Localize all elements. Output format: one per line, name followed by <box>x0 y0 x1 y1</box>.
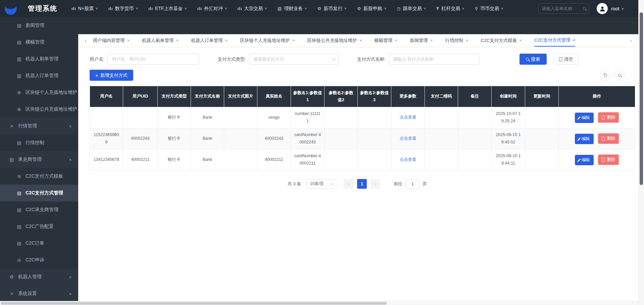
sidebar-item[interactable]: ▤ 行情控制 <box>0 134 78 151</box>
top-menu: ılı N+股票 ∨ ılı 数字货币 ∨ ılı ETF上市基金 ∨ ılı … <box>71 6 503 12</box>
tab[interactable]: 区块链个人充值地址维护 × <box>240 34 295 47</box>
edit-button[interactable]: 编辑 <box>575 113 594 123</box>
tab[interactable]: 横幅管理 × <box>374 34 397 47</box>
sidebar-item[interactable]: ▤ C2C支付方式管理 <box>0 185 78 201</box>
top-menu-item[interactable]: ılı N+股票 ∨ <box>71 6 98 12</box>
total-count-label: 共 3 条 <box>288 181 301 187</box>
sidebar-item[interactable]: ≡ 系统设置 ∨ <box>0 285 78 301</box>
edit-button[interactable]: 编辑 <box>575 134 594 144</box>
pay-type-filter-label: 支付方式类型: <box>217 56 246 62</box>
top-menu-item[interactable]: ⚙ 新币发行 ∨ <box>317 6 347 12</box>
pay-name-filter-input[interactable] <box>389 54 479 65</box>
pay-type-select[interactable]: 请选择支付方式 ∨ <box>249 54 339 65</box>
tab[interactable]: 机器人订单管理 × <box>191 34 228 47</box>
close-icon[interactable]: × <box>292 38 295 43</box>
sidebar-item[interactable]: ≡ 行情管理 ∧ <box>0 118 78 134</box>
view-more-link[interactable]: 点击查看 <box>400 136 416 141</box>
sidebar-item[interactable]: ⊛ 区块链个人充值地址维护 <box>0 84 78 101</box>
top-menu-item[interactable]: ⚲ 币币交易 ∨ <box>475 6 503 12</box>
sidebar-item[interactable]: ⚙ 机器人管理 ∨ <box>0 268 78 285</box>
sidebar-item[interactable]: ▤ 新闻管理 <box>0 17 78 34</box>
expand-arrow-icon: ∨ <box>68 292 72 296</box>
page-size-select[interactable]: 10条/页 ∨ <box>306 179 336 189</box>
sidebar-item[interactable]: ▥ 机器人刷单管理 <box>0 51 78 67</box>
clear-button[interactable]: 清空 <box>554 54 578 65</box>
menu-search-input[interactable] <box>542 6 581 11</box>
top-menu-item[interactable]: ılı 外汇对冲 ∨ <box>197 6 227 12</box>
prev-page-button[interactable]: ‹ <box>344 179 353 189</box>
sidebar-item-label: 系统设置 <box>18 291 37 297</box>
close-icon[interactable]: × <box>127 38 130 43</box>
username-filter-input[interactable] <box>107 54 199 65</box>
table-header-cell: 真实姓名 <box>257 86 291 107</box>
sidebar-item[interactable]: ▤ 横幅管理 <box>0 34 78 51</box>
column-search-button[interactable] <box>614 70 625 80</box>
sidebar-item-label: 区块链个人充值地址维护 <box>26 89 77 96</box>
tab-label: 行情控制 <box>445 38 463 44</box>
cell-pay-image <box>224 149 257 171</box>
next-page-button[interactable]: › <box>370 179 380 189</box>
top-menu-item[interactable]: Ŧ 杠杆交易 ∨ <box>436 6 464 12</box>
close-icon[interactable]: × <box>430 38 433 43</box>
chevron-down-icon[interactable]: ∨ <box>621 7 624 10</box>
delete-button[interactable]: 删除 <box>598 155 619 165</box>
top-menu-item[interactable]: ılı 大宗交易 ∨ <box>238 6 267 12</box>
sidebar-item-label: 区块链公共充值地址维护 <box>26 106 77 112</box>
top-menu-item[interactable]: ▤ 理财业务 ∨ <box>278 6 307 12</box>
menu-label: 新币发行 <box>324 6 342 12</box>
delete-button[interactable]: 删除 <box>598 112 619 123</box>
sidebar-item[interactable]: ⊚ C2C支付方式模板 <box>0 168 78 185</box>
view-more-link[interactable]: 点击查看 <box>400 157 416 162</box>
sidebar-item-label: 承兑商管理 <box>18 157 42 163</box>
current-page-button[interactable]: 1 <box>357 179 367 189</box>
user-avatar[interactable] <box>597 3 608 14</box>
search-button[interactable]: 搜索 <box>519 54 547 65</box>
sidebar-item-label: C2C订单 <box>26 240 44 246</box>
top-menu-item[interactable]: ◷ 跟单交易 ∨ <box>397 6 426 12</box>
top-menu-item[interactable]: ılı 数字货币 ∨ <box>108 6 138 12</box>
top-menu-item[interactable]: ⚙ 新股申购 ∨ <box>357 6 386 12</box>
add-payment-method-button[interactable]: + 新增支付方式 <box>90 70 133 81</box>
view-more-link[interactable]: 点击查看 <box>400 115 416 120</box>
username-label[interactable]: root <box>611 6 619 11</box>
tab[interactable]: 用户端内容管理 × <box>93 34 130 47</box>
sidebar-item[interactable]: ▤ 承兑商管理 ∧ <box>0 151 78 168</box>
sidebar-item[interactable]: ▥ 机器人订单管理 <box>0 67 78 84</box>
sidebar-item[interactable]: ⊛ 区块链公共充值地址维护 <box>0 101 78 118</box>
sidebar-item-icon: ⊚ <box>16 174 22 179</box>
close-icon[interactable]: × <box>395 38 397 43</box>
tab-label: 区块链公共充值地址维护 <box>307 38 357 44</box>
goto-page-input[interactable] <box>405 179 419 189</box>
close-icon[interactable]: × <box>466 38 468 43</box>
sidebar-item-label: 机器人订单管理 <box>26 73 58 79</box>
sidebar-item[interactable]: ılı C2C申诉 <box>0 252 78 268</box>
tab[interactable]: 区块链公共充值地址维护 × <box>307 34 362 47</box>
close-icon[interactable]: × <box>359 38 362 43</box>
horizontal-scrollbar-thumb[interactable] <box>1 302 387 305</box>
tab[interactable]: C2C支付方式管理 × <box>534 34 576 47</box>
vertical-scrollbar-thumb[interactable] <box>640 12 643 185</box>
sidebar-item-icon: ▤ <box>9 157 14 162</box>
close-icon[interactable]: × <box>519 38 522 43</box>
close-icon[interactable]: × <box>176 38 179 43</box>
close-icon[interactable]: × <box>573 38 576 42</box>
top-menu-item[interactable]: ılı ETF上市基金 ∨ <box>148 6 187 12</box>
sidebar-item-icon: ▤ <box>16 224 22 229</box>
chevron-down-icon: ∨ <box>424 7 427 10</box>
delete-button[interactable]: 删除 <box>598 133 619 144</box>
sidebar-item[interactable]: ▤ C2C承兑商管理 <box>0 201 78 218</box>
tab[interactable]: C2C支付方式模板 × <box>481 34 522 47</box>
tab[interactable]: 机器人刷单管理 × <box>142 34 179 47</box>
tab[interactable]: 行情控制 × <box>445 34 468 47</box>
refresh-button[interactable] <box>600 70 610 80</box>
edit-button[interactable]: 编辑 <box>575 155 594 165</box>
sidebar-item[interactable]: ▤ C2C广告配置 <box>0 218 78 235</box>
tab[interactable]: 新闻管理 × <box>410 34 433 47</box>
cell-more-params: 点击查看 <box>391 107 425 128</box>
tabs-scroll-right-icon[interactable]: › <box>624 38 638 44</box>
main-content: 用户名: 支付方式类型: 请选择支付方式 ∨ 支付方式名称: 搜索 清空 + 新… <box>78 47 638 301</box>
tabs-scroll-left-icon[interactable]: ‹ <box>78 38 93 44</box>
sidebar-item-label: C2C承兑商管理 <box>26 207 58 213</box>
close-icon[interactable]: × <box>225 38 228 43</box>
sidebar-item[interactable]: ▤ C2C订单 <box>0 235 78 252</box>
